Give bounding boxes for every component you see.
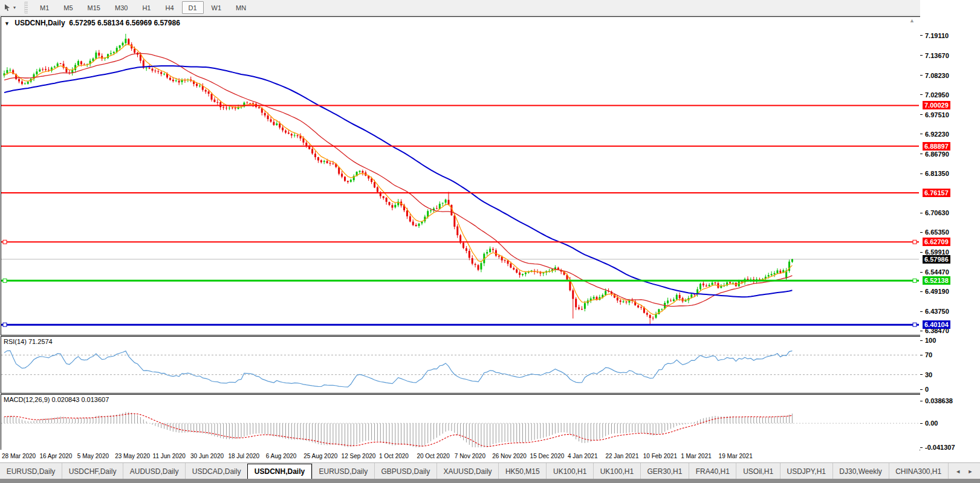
tab-USOil-H1[interactable]: USOil,H1 xyxy=(736,463,779,479)
date-tick-label: 1 Oct 2020 xyxy=(379,453,409,459)
axis-tick-label: 7.19110 xyxy=(920,32,949,39)
collapse-icon[interactable]: ▼ xyxy=(4,21,10,27)
chart-symbol-label: USDCNH,Daily xyxy=(15,19,65,27)
axis-tick-label: 6.54470 xyxy=(920,268,949,276)
status-strip xyxy=(0,479,980,483)
axis-tick-label: 6.49190 xyxy=(920,288,949,295)
axis-tick-label: -0.041307 xyxy=(920,444,955,451)
chart-tab-bar: EURUSD,DailyUSDCHF,DailyAUDUSD,DailyUSDC… xyxy=(0,462,980,479)
rsi-panel[interactable] xyxy=(1,336,921,394)
date-tick-label: 25 Aug 2020 xyxy=(303,453,337,459)
price-tag-6.52138[interactable]: 6.52138 xyxy=(923,276,950,285)
date-tick-label: 18 Jul 2020 xyxy=(228,453,259,459)
tab-AUDUSD-Daily[interactable]: AUDUSD,Daily xyxy=(123,463,185,479)
tab-scroll-right-icon[interactable]: ► xyxy=(968,468,973,475)
level-handle[interactable] xyxy=(913,279,917,282)
axis-tick-label: 6.97510 xyxy=(920,111,949,118)
tab-GER30-H1[interactable]: GER30,H1 xyxy=(640,463,689,479)
rsi-indicator-label: RSI(14) 71.2574 xyxy=(4,338,53,345)
axis-tick-label: 7.13670 xyxy=(920,52,949,59)
date-tick-label: 12 Sep 2020 xyxy=(342,453,376,459)
price-tag-7.00029[interactable]: 7.00029 xyxy=(923,101,950,109)
axis-tick-label: 0.038638 xyxy=(920,397,953,404)
crosshair-cursor-icon xyxy=(4,4,11,11)
current-price-tag: 6.57986 xyxy=(923,255,950,264)
level-handle[interactable] xyxy=(3,279,7,282)
tab-scroll-left-icon[interactable]: ◄ xyxy=(955,468,961,475)
date-tick-label: 10 Feb 2021 xyxy=(643,453,677,459)
date-tick-label: 30 Jun 2020 xyxy=(190,453,224,459)
timeframe-button-H1[interactable]: H1 xyxy=(135,1,157,14)
date-tick-label: 16 Apr 2020 xyxy=(39,453,72,459)
macd-indicator-label: MACD(12,26,9) 0.020843 0.013607 xyxy=(4,396,109,403)
axis-tick-label: 6.65350 xyxy=(920,229,949,236)
tab-EURUSD-Daily[interactable]: EURUSD,Daily xyxy=(312,463,374,479)
tab-USDJPY-H1[interactable]: USDJPY,H1 xyxy=(780,463,832,479)
timeframe-button-M5[interactable]: M5 xyxy=(57,1,79,14)
date-tick-label: 7 Nov 2020 xyxy=(455,453,485,459)
level-handle[interactable] xyxy=(3,240,7,244)
rsi-chart[interactable] xyxy=(1,337,919,392)
level-handle[interactable] xyxy=(913,323,917,326)
timeframe-button-D1[interactable]: D1 xyxy=(182,1,204,14)
tab-GBPUSD-Daily[interactable]: GBPUSD,Daily xyxy=(374,463,436,479)
date-tick-label: 22 Jan 2021 xyxy=(605,453,638,459)
cursor-tool-button[interactable]: ▾ xyxy=(0,4,18,11)
date-tick-label: 5 May 2020 xyxy=(77,453,109,459)
timeframe-button-H4[interactable]: H4 xyxy=(158,1,180,14)
tab-CHINA300-H1[interactable]: CHINA300,H1 xyxy=(889,463,948,479)
macd-chart[interactable] xyxy=(1,395,919,449)
tab-UK100-H1[interactable]: UK100,H1 xyxy=(593,463,640,479)
timeframe-button-M15[interactable]: M15 xyxy=(81,1,107,14)
date-tick-label: 26 Nov 2020 xyxy=(492,453,527,459)
axis-tick-label: 70 xyxy=(920,351,932,358)
tab-USDCNH-Daily[interactable]: USDCNH,Daily xyxy=(247,464,312,479)
candlestick-chart[interactable] xyxy=(1,17,919,334)
tab-UK100-H1[interactable]: UK100,H1 xyxy=(546,463,593,479)
tab-EURUSD-Daily[interactable]: EURUSD,Daily xyxy=(0,463,62,479)
tab-HK50-M15[interactable]: HK50,M15 xyxy=(498,463,546,479)
tab-USDCAD-Daily[interactable]: USDCAD,Daily xyxy=(185,463,247,479)
date-tick-label: 20 Oct 2020 xyxy=(417,453,449,459)
chart-shift-marker[interactable]: ▲ xyxy=(909,18,915,24)
chevron-down-icon[interactable]: ▾ xyxy=(13,5,16,10)
axis-tick-label: 7.02950 xyxy=(920,91,949,99)
axis-tick-label: 0.00 xyxy=(920,420,938,427)
date-tick-label: 28 Mar 2020 xyxy=(2,453,36,459)
timeframe-button-M30[interactable]: M30 xyxy=(108,1,134,14)
price-tag-6.40104[interactable]: 6.40104 xyxy=(923,320,950,329)
tab-XAUUSD-Daily[interactable]: XAUUSD,Daily xyxy=(436,463,498,479)
date-tick-label: 6 Aug 2020 xyxy=(266,453,297,459)
toolbar-grip[interactable] xyxy=(24,2,28,13)
date-axis: 28 Mar 202016 Apr 20205 May 202023 May 2… xyxy=(1,450,920,462)
price-tag-6.62709[interactable]: 6.62709 xyxy=(923,238,950,246)
tab-FRA40-H1[interactable]: FRA40,H1 xyxy=(689,463,736,479)
timeframe-button-M1[interactable]: M1 xyxy=(33,1,56,14)
date-tick-label: 1 Mar 2021 xyxy=(681,453,712,459)
axis-tick-label: 6.92230 xyxy=(920,131,949,138)
date-tick-label: 15 Dec 2020 xyxy=(530,453,565,459)
axis-tick-label: 0 xyxy=(920,386,929,393)
level-handle[interactable] xyxy=(3,323,7,326)
axis-tick-label: 30 xyxy=(920,371,932,378)
price-tag-6.76157[interactable]: 6.76157 xyxy=(923,189,950,197)
level-handle[interactable] xyxy=(913,240,917,244)
timeframe-toolbar: ▾ M1M5M15M30H1H4D1W1MN xyxy=(0,0,980,16)
axis-tick-label: 6.43750 xyxy=(920,308,949,315)
macd-panel[interactable] xyxy=(1,394,921,450)
timeframe-button-MN[interactable]: MN xyxy=(229,1,253,14)
axis-tick-label: 7.08230 xyxy=(920,72,949,79)
timeframe-button-W1[interactable]: W1 xyxy=(205,1,229,14)
axis-tick-label: 6.86790 xyxy=(920,151,949,158)
price-tag-6.88897[interactable]: 6.88897 xyxy=(923,142,950,151)
tab-DJ30-Weekly[interactable]: DJ30,Weekly xyxy=(832,463,889,479)
date-tick-label: 4 Jan 2021 xyxy=(568,453,598,459)
axis-tick-label: 100 xyxy=(920,337,936,344)
axis-tick-label: 6.81350 xyxy=(920,170,949,177)
price-chart-panel[interactable] xyxy=(1,16,921,336)
date-tick-label: 23 May 2020 xyxy=(115,453,150,459)
price-axis: 7.191107.136707.082307.029506.975106.922… xyxy=(920,0,980,462)
axis-tick-label: 6.70630 xyxy=(920,209,949,216)
date-tick-label: 11 Jun 2020 xyxy=(153,453,186,459)
tab-USDCHF-Daily[interactable]: USDCHF,Daily xyxy=(62,463,123,479)
